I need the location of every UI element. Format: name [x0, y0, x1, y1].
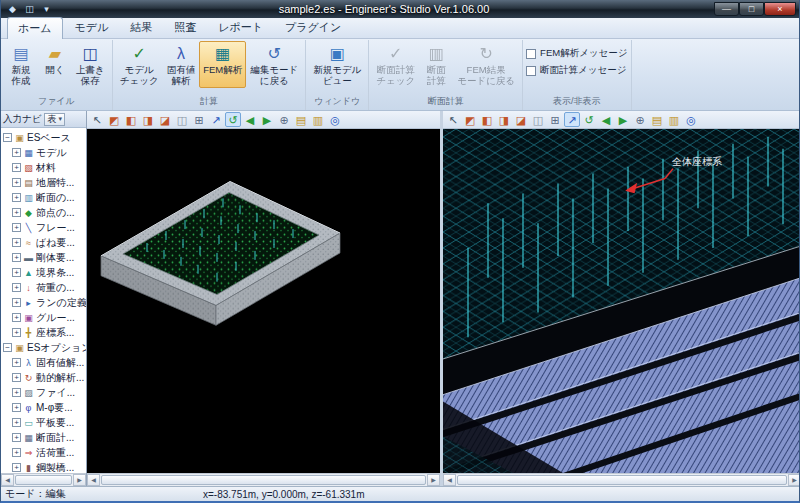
right-viewport-hscroll-thumb[interactable] [457, 475, 787, 485]
view-front-icon[interactable]: ◧ [479, 112, 495, 127]
zoom-in-icon[interactable]: ⊕ [276, 112, 292, 127]
return-to-edit-mode-button[interactable]: ↺編集モードに戻る [246, 41, 302, 88]
find-element-icon[interactable]: ◎ [683, 112, 699, 127]
expand-icon[interactable]: + [12, 268, 21, 277]
tree-item-group-definition[interactable]: +▣グルー... [1, 310, 86, 325]
tree-item-ground-layer[interactable]: +▤地層特... [1, 175, 86, 190]
view-side-icon[interactable]: ◨ [140, 112, 156, 127]
collapse-icon[interactable]: − [3, 343, 12, 352]
expand-icon[interactable]: + [12, 463, 21, 472]
tree-item-eigen-analysis[interactable]: +λ固有値解... [1, 355, 86, 370]
nav-hscroll-thumb[interactable] [15, 475, 72, 485]
zoom-window-icon[interactable]: ⊞ [547, 112, 563, 127]
minimize-button[interactable]: — [714, 2, 739, 16]
tree-item-section-calc-option[interactable]: +▦断面計... [1, 430, 86, 445]
expand-icon[interactable]: + [12, 448, 21, 457]
quick-save-icon[interactable]: ◫ [22, 3, 37, 16]
tree-item-es-base[interactable]: −▣ESベース [1, 130, 86, 145]
nav-hscrollbar[interactable]: ◀ ▶ [1, 473, 86, 486]
expand-icon[interactable]: + [12, 433, 21, 442]
expand-icon[interactable]: + [12, 193, 21, 202]
expand-icon[interactable]: + [12, 148, 21, 157]
expand-icon[interactable]: + [12, 163, 21, 172]
view-next-icon[interactable]: ▶ [259, 112, 275, 127]
display-settings-icon[interactable]: ▤ [293, 112, 309, 127]
zoom-in-icon[interactable]: ⊕ [632, 112, 648, 127]
view-isometric-icon[interactable]: ◩ [106, 112, 122, 127]
pan-view-icon[interactable]: ↗ [564, 112, 580, 127]
select-mode-icon[interactable]: ↖ [445, 112, 461, 127]
fem-analysis-message-checkbox-box[interactable] [526, 49, 536, 59]
left-viewport-hscroll-thumb[interactable] [101, 475, 426, 485]
view-side-icon[interactable]: ◨ [496, 112, 512, 127]
model-check-button[interactable]: ✓モデルチェック [116, 41, 163, 88]
tree-item-run-definition[interactable]: +▸ランの定義 [1, 295, 86, 310]
find-element-icon[interactable]: ◎ [327, 112, 343, 127]
ribbon-tab-3[interactable]: 結果 [120, 17, 162, 38]
view-previous-icon[interactable]: ◀ [242, 112, 258, 127]
select-mode-icon[interactable]: ↖ [89, 112, 105, 127]
scroll-right-icon[interactable]: ▶ [73, 474, 86, 486]
tree-item-live-load[interactable]: +⇒活荷重... [1, 445, 86, 460]
fem-analysis-button[interactable]: ▦FEM解析 [199, 41, 246, 88]
fem-analysis-message-checkbox[interactable]: FEM解析メッセージ [526, 47, 627, 60]
scroll-left-icon[interactable]: ◀ [1, 474, 14, 486]
nav-view-dropdown[interactable]: 表 ▾ [44, 113, 65, 126]
view-next-icon[interactable]: ▶ [615, 112, 631, 127]
tree-item-rigid-element[interactable]: +▬剛体要... [1, 250, 86, 265]
ribbon-tab-6[interactable]: プラグイン [275, 17, 351, 38]
ribbon-tab-2[interactable]: モデル [65, 17, 119, 38]
tree-item-m-phi-element[interactable]: +φM-φ要... [1, 400, 86, 415]
scroll-right-icon[interactable]: ▶ [788, 474, 800, 486]
expand-icon[interactable]: + [12, 178, 21, 187]
expand-icon[interactable]: + [12, 328, 21, 337]
expand-icon[interactable]: + [12, 208, 21, 217]
tree-item-steel-member[interactable]: +▮鋼製橋... [1, 460, 86, 473]
ribbon-tab-5[interactable]: レポート [208, 17, 273, 38]
element-filter-icon[interactable]: ▥ [666, 112, 682, 127]
expand-icon[interactable]: + [12, 283, 21, 292]
close-button[interactable]: × [764, 2, 796, 16]
tree-item-material[interactable]: +▧材料 [1, 160, 86, 175]
collapse-icon[interactable]: − [3, 133, 12, 142]
scroll-left-icon[interactable]: ◀ [87, 474, 100, 486]
tree-item-node-definition[interactable]: +◆節点の... [1, 205, 86, 220]
view-perspective-icon[interactable]: ◫ [530, 112, 546, 127]
new-file-button[interactable]: ▤新規作成 [4, 41, 38, 88]
tree-item-section-definition[interactable]: +▥断面の... [1, 190, 86, 205]
zoom-window-icon[interactable]: ⊞ [191, 112, 207, 127]
expand-icon[interactable]: + [12, 373, 21, 382]
expand-icon[interactable]: + [12, 418, 21, 427]
overwrite-save-button[interactable]: ◫上書き保存 [72, 41, 109, 88]
right-model-canvas[interactable]: 全体座標系 [443, 129, 800, 473]
element-filter-icon[interactable]: ▥ [310, 112, 326, 127]
tree-item-coordinate-system[interactable]: +╋座標系... [1, 325, 86, 340]
view-perspective-icon[interactable]: ◫ [174, 112, 190, 127]
tree-item-boundary-condition[interactable]: +▲境界条... [1, 265, 86, 280]
left-model-canvas[interactable] [87, 129, 440, 473]
tree-item-es-option[interactable]: −▣ESオプション [1, 340, 86, 355]
tree-item-model[interactable]: +▦モデル [1, 145, 86, 160]
rotate-view-icon[interactable]: ↺ [581, 112, 597, 127]
new-model-view-button[interactable]: ▣新規モデルビュー [309, 41, 365, 88]
view-isometric-icon[interactable]: ◩ [462, 112, 478, 127]
right-viewport-hscrollbar[interactable]: ◀ ▶ [443, 473, 800, 486]
display-settings-icon[interactable]: ▤ [649, 112, 665, 127]
quick-access-dropdown-icon[interactable]: ▾ [39, 3, 54, 16]
expand-icon[interactable]: + [12, 223, 21, 232]
tree-item-frame-element[interactable]: +╲フレー... [1, 220, 86, 235]
tree-item-spring-element[interactable]: +≈ばね要... [1, 235, 86, 250]
view-front-icon[interactable]: ◧ [123, 112, 139, 127]
tree-item-dynamic-analysis[interactable]: +↻動的解析... [1, 370, 86, 385]
tree-item-plate-element[interactable]: +▭平板要... [1, 415, 86, 430]
ribbon-tab-4[interactable]: 照査 [164, 17, 206, 38]
expand-icon[interactable]: + [12, 403, 21, 412]
tree-item-fiber-element[interactable]: +▨ファイ... [1, 385, 86, 400]
expand-icon[interactable]: + [12, 298, 21, 307]
view-top-icon[interactable]: ◪ [513, 112, 529, 127]
section-calc-message-checkbox-box[interactable] [526, 66, 536, 76]
scroll-right-icon[interactable]: ▶ [427, 474, 440, 486]
eigenvalue-analysis-button[interactable]: λ固有値解析 [163, 41, 200, 88]
app-icon[interactable]: ◆ [5, 3, 20, 16]
tree-item-load-definition[interactable]: +↓荷重の... [1, 280, 86, 295]
